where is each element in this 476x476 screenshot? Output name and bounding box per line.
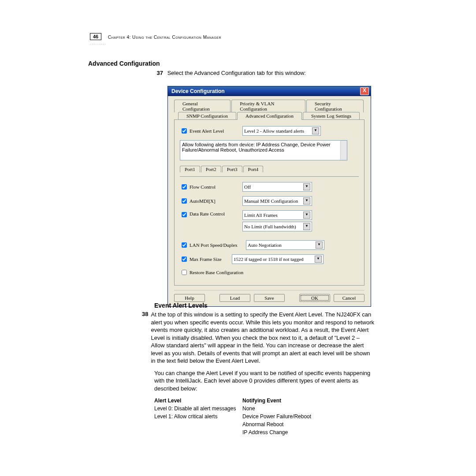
- cancel-button[interactable]: Cancel: [334, 294, 364, 302]
- chevron-down-icon: ▼: [315, 256, 322, 263]
- checkbox-max-frame[interactable]: [182, 257, 187, 262]
- label-automdi: AutoMDI[X]: [190, 198, 242, 204]
- page-number-dots: .........: [90, 41, 107, 45]
- chevron-down-icon: ▼: [303, 183, 310, 190]
- tab-priority-vlan[interactable]: Priority & VLAN Configuration: [231, 100, 305, 112]
- port-tabs: Port1 Port2 Port3 Port4: [180, 166, 359, 172]
- table-cell-empty: [154, 429, 242, 435]
- dropdown-flow-control-value: Off: [244, 184, 251, 190]
- dropdown-data-rate-2[interactable]: No Limit (Full bandwidth) ▼: [242, 222, 312, 231]
- alert-description-text: Allow following alerts from device: IP A…: [182, 142, 331, 152]
- table-cell: None: [242, 405, 357, 412]
- checkbox-event-alert[interactable]: [182, 128, 187, 134]
- table-cell: Level 1: Allow critical alerts: [154, 413, 242, 420]
- alert-description-textarea[interactable]: Allow following alerts from device: IP A…: [180, 140, 347, 160]
- chapter-heading: Chapter 4: Using the Central Configurati…: [108, 35, 221, 40]
- checkbox-data-rate[interactable]: [182, 212, 187, 217]
- checkbox-restore-base[interactable]: [182, 270, 187, 275]
- checkbox-flow-control[interactable]: [182, 184, 187, 190]
- table-header-alert-level: Alert Level: [154, 398, 242, 404]
- chevron-down-icon: ▼: [303, 223, 310, 230]
- step-number-38: 38: [142, 311, 148, 365]
- table-cell: Level 0: Disable all alert messages: [154, 405, 242, 412]
- dialog-button-row: Help Load Save OK Cancel: [174, 290, 364, 302]
- label-lan-port: LAN Port Speed/Duplex: [190, 242, 246, 248]
- body-text: Event Alert Levels 38 At the top of this…: [154, 302, 375, 435]
- dropdown-lan-port[interactable]: Auto Negotiation ▼: [246, 240, 324, 250]
- dropdown-flow-control[interactable]: Off ▼: [242, 182, 312, 192]
- field-flow-control: Flow Control Off ▼: [180, 182, 359, 192]
- checkbox-automdi[interactable]: [182, 198, 187, 204]
- field-lan-port: LAN Port Speed/Duplex Auto Negotiation ▼: [180, 240, 359, 250]
- checkbox-lan-port[interactable]: [182, 242, 187, 248]
- label-restore-base: Restore Base Configuration: [190, 270, 243, 275]
- field-automdi: AutoMDI[X] Manual MDI Configuration ▼: [180, 196, 359, 206]
- dialog-tabs: General Configuration Priority & VLAN Co…: [168, 96, 371, 119]
- step-number: 37: [153, 70, 163, 76]
- alert-level-table: Alert Level Notifying Event Level 0: Dis…: [154, 398, 375, 435]
- section-heading-event-alert-levels: Event Alert Levels: [154, 302, 375, 309]
- dialog-title: Device Configuration: [171, 88, 225, 94]
- tab-port2[interactable]: Port2: [201, 166, 221, 172]
- table-cell: IP Address Change: [242, 429, 357, 435]
- label-max-frame: Max Frame Size: [190, 257, 232, 262]
- tab-snmp-configuration[interactable]: SNMP Configuration: [178, 112, 236, 120]
- tab-port3[interactable]: Port3: [222, 166, 242, 172]
- dropdown-lan-port-value: Auto Negotiation: [248, 242, 282, 248]
- dropdown-automdi-value: Manual MDI Configuration: [244, 198, 298, 204]
- step-37-text: Select the Advanced Configuration tab fo…: [167, 70, 306, 76]
- chevron-down-icon: ▼: [316, 242, 323, 249]
- port-panel: Flow Control Off ▼ AutoMDI[X] Manual MDI…: [180, 176, 359, 231]
- page-number: 46: [90, 33, 101, 40]
- field-restore-base: Restore Base Configuration: [180, 268, 359, 276]
- chevron-down-icon: ▼: [303, 197, 310, 205]
- step-37: 37 Select the Advanced Configuration tab…: [153, 70, 306, 76]
- dropdown-event-alert[interactable]: Level 2 - Allow standard alerts ▼: [242, 126, 321, 136]
- tab-general-configuration[interactable]: General Configuration: [174, 100, 231, 112]
- field-event-alert-level: Event Alert Level Level 2 - Allow standa…: [180, 126, 359, 136]
- dropdown-max-frame-value: 1522 if tagged or 1518 if not tagged: [234, 257, 304, 262]
- ok-button[interactable]: OK: [299, 294, 330, 302]
- tab-panel: Event Alert Level Level 2 - Allow standa…: [174, 119, 364, 286]
- section-heading-advanced-configuration: Advanced Configuration: [88, 60, 160, 67]
- tab-port1[interactable]: Port1: [180, 166, 200, 172]
- dropdown-max-frame[interactable]: 1522 if tagged or 1518 if not tagged ▼: [232, 254, 324, 264]
- dropdown-automdi[interactable]: Manual MDI Configuration ▼: [242, 196, 312, 206]
- field-data-rate: Data Rate Control Limit All Frames ▼ No …: [180, 210, 359, 231]
- label-flow-control: Flow Control: [190, 184, 242, 190]
- tab-advanced-configuration[interactable]: Advanced Configuration: [237, 112, 302, 120]
- label-event-alert: Event Alert Level: [190, 128, 242, 134]
- paragraph-1: At the top of this window is a setting t…: [151, 311, 375, 365]
- dropdown-data-rate-2-value: No Limit (Full bandwidth): [244, 224, 296, 229]
- dropdown-event-alert-value: Level 2 - Allow standard alerts: [244, 128, 304, 134]
- dropdown-data-rate-1-value: Limit All Frames: [244, 212, 278, 218]
- scrollbar[interactable]: [340, 141, 347, 160]
- table-cell: Device Power Failure/Reboot: [242, 413, 357, 420]
- table-header-notifying-event: Notifying Event: [242, 398, 357, 404]
- label-data-rate: Data Rate Control: [190, 211, 242, 216]
- tab-port4[interactable]: Port4: [243, 166, 264, 172]
- load-button[interactable]: Load: [219, 294, 250, 302]
- device-configuration-dialog: Device Configuration X General Configura…: [167, 86, 371, 307]
- table-cell-empty: [154, 421, 242, 428]
- help-button[interactable]: Help: [174, 294, 205, 302]
- paragraph-2: You can change the Alert Level if you wa…: [154, 369, 375, 393]
- tab-system-log-settings[interactable]: System Log Settings: [303, 112, 360, 120]
- field-max-frame: Max Frame Size 1522 if tagged or 1518 if…: [180, 254, 359, 264]
- close-icon[interactable]: X: [360, 87, 369, 95]
- save-button[interactable]: Save: [254, 294, 285, 302]
- chevron-down-icon: ▼: [303, 212, 310, 219]
- table-cell: Abnormal Reboot: [242, 421, 357, 428]
- tab-security-configuration[interactable]: Security Configuration: [306, 100, 364, 112]
- dialog-titlebar: Device Configuration X: [168, 86, 371, 96]
- chevron-down-icon: ▼: [312, 127, 319, 134]
- dropdown-data-rate-1[interactable]: Limit All Frames ▼: [242, 210, 312, 220]
